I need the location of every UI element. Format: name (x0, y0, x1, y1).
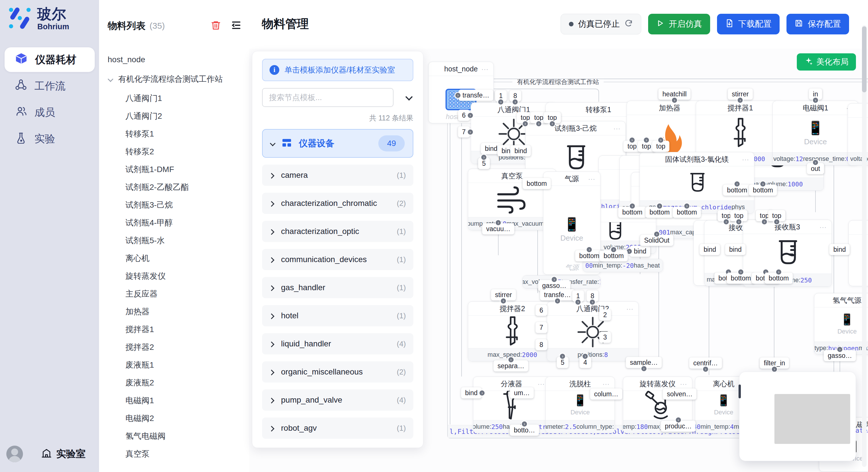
port-handle-icon[interactable]: › (737, 269, 744, 276)
port-handle-icon[interactable]: › (643, 137, 650, 144)
port-handle-icon[interactable]: › (497, 99, 504, 105)
tree-item[interactable]: host_node (99, 51, 258, 68)
port-chip-8[interactable]: 8› (587, 291, 598, 302)
node-menu-icon[interactable]: … (602, 378, 611, 387)
port-chip-um[interactable]: um… (510, 387, 534, 399)
search-input[interactable] (262, 88, 394, 107)
port-handle-icon[interactable]: › (653, 231, 660, 238)
trash-icon[interactable] (211, 20, 221, 32)
sidebar-item-cube[interactable]: 仪器耗材 (5, 47, 95, 72)
palette-item-communication_devices[interactable]: communication_devices(1) (262, 249, 413, 270)
port-chip-centrif[interactable]: centrif…› (689, 358, 722, 369)
port-handle-icon[interactable]: › (640, 365, 647, 372)
port-handle-icon[interactable]: › (589, 299, 596, 306)
port-chip-bottom[interactable]: bottom› (749, 185, 777, 196)
port-handle-icon[interactable]: › (467, 112, 474, 119)
port-chip-bottom[interactable]: bottom› (618, 207, 646, 218)
canvas-node-电磁阀1[interactable]: 电磁阀1…📱Devicevoltage: 12 response_time: 0… (772, 101, 859, 165)
avatar[interactable] (6, 446, 23, 462)
port-chip-1[interactable]: 1› (572, 291, 584, 302)
port-handle-icon[interactable]: › (773, 218, 780, 225)
port-handle-icon[interactable]: › (657, 137, 664, 144)
port-chip-bind[interactable]: bind (829, 244, 849, 255)
port-handle-icon[interactable]: › (454, 92, 461, 99)
port-handle-icon[interactable]: › (535, 121, 542, 127)
port-handle-icon[interactable]: › (702, 366, 709, 373)
port-chip-7[interactable]: 7› (458, 127, 470, 138)
sidebar-item-workflow[interactable]: 工作流 (5, 74, 95, 98)
port-chip-bottom[interactable]: bottom› (575, 250, 603, 262)
palette-item-characterization_chromatic[interactable]: characterization_chromatic(2) (262, 193, 413, 214)
port-chip-top[interactable]: top› (652, 141, 670, 152)
scrollbar-thumb[interactable] (862, 26, 867, 92)
port-handle-icon[interactable]: › (507, 357, 515, 363)
port-chip-bottom[interactable]: bottom› (723, 185, 751, 196)
port-chip-7[interactable]: 7 (536, 322, 547, 333)
port-chip-top[interactable]: top› (768, 210, 785, 222)
port-chip-vacuu[interactable]: vacuu…› (482, 224, 515, 235)
page-scrollbar[interactable] (862, 25, 867, 467)
port-chip-out[interactable]: out› (807, 163, 824, 174)
port-handle-icon[interactable]: › (683, 203, 690, 210)
port-chip-1[interactable]: 1› (495, 90, 507, 102)
port-handle-icon[interactable]: › (549, 121, 556, 127)
port-chip-6[interactable]: 6› (458, 110, 470, 121)
port-chip-heatchill[interactable]: heatchill› (658, 89, 691, 100)
port-chip-SolidOut[interactable]: SolidOut› (640, 235, 673, 246)
port-handle-icon[interactable]: › (467, 129, 474, 135)
port-handle-icon[interactable]: › (554, 298, 561, 305)
port-handle-icon[interactable]: › (656, 203, 663, 210)
node-menu-icon[interactable]: … (481, 63, 489, 72)
port-handle-icon[interactable]: › (495, 220, 502, 226)
download-config-button[interactable]: 下载配置 (717, 14, 780, 34)
node-menu-icon[interactable]: … (819, 221, 828, 230)
port-chip-4[interactable]: 4› (580, 357, 591, 368)
palette-item-hotel[interactable]: hotel(1) (262, 305, 413, 326)
minimap-handle[interactable] (739, 384, 741, 398)
port-chip-3[interactable]: 3 (599, 332, 611, 343)
sidebar-item-experiment[interactable]: 实验 (5, 127, 95, 151)
port-chip-bind[interactable]: bind (725, 244, 745, 255)
port-handle-icon[interactable]: › (775, 269, 782, 276)
port-handle-icon[interactable]: › (559, 353, 566, 360)
port-chip-5[interactable]: 5› (478, 158, 490, 169)
port-handle-icon[interactable]: › (836, 346, 843, 353)
sidebar-item-lab[interactable]: 实验室 (41, 447, 86, 461)
port-handle-icon[interactable]: › (586, 246, 593, 253)
port-chip-6[interactable]: 6 (536, 305, 547, 316)
port-handle-icon[interactable]: › (671, 97, 678, 104)
port-chip-top[interactable]: top› (544, 112, 561, 123)
port-handle-icon[interactable]: › (723, 218, 730, 225)
node-menu-icon[interactable]: … (742, 154, 750, 162)
collapse-list-icon[interactable] (231, 20, 242, 32)
palette-item-organic_miscellaneous[interactable]: organic_miscellaneous(2) (262, 361, 413, 382)
port-chip-bottom[interactable]: bottom› (727, 273, 755, 284)
palette-item-camera[interactable]: camera(1) (262, 165, 413, 186)
port-chip-colum[interactable]: colum… (590, 389, 622, 400)
port-handle-icon[interactable]: › (480, 154, 487, 161)
palette-item-characterization_optic[interactable]: characterization_optic(1) (262, 221, 413, 242)
start-simulation-button[interactable]: 开启仿真 (648, 14, 710, 34)
port-chip-8[interactable]: 8› (509, 90, 521, 102)
palette-item-robot_agv[interactable]: robot_agv(1) (262, 417, 413, 439)
port-chip-stirrer[interactable]: stirrer› (728, 89, 753, 100)
node-menu-icon[interactable]: … (626, 303, 634, 312)
chevron-down-icon[interactable] (107, 75, 114, 83)
port-handle-icon[interactable]: › (737, 97, 744, 104)
palette-item-pump_and_valve[interactable]: pump_and_valve(4) (262, 390, 413, 411)
port-chip-5[interactable]: 5› (557, 357, 569, 368)
port-handle-icon[interactable]: › (675, 417, 682, 424)
port-handle-icon[interactable]: › (629, 203, 636, 210)
node-menu-icon[interactable]: … (537, 378, 546, 387)
port-chip-transfe[interactable]: transfe…› (540, 289, 575, 301)
port-chip-solven[interactable]: solven… (663, 389, 696, 400)
port-chip-in[interactable]: in› (809, 89, 822, 100)
port-chip-botto[interactable]: botto…› (510, 425, 539, 436)
port-handle-icon[interactable]: › (734, 181, 741, 188)
port-chip-bind[interactable]: bind› (461, 387, 482, 399)
port-handle-icon[interactable]: › (575, 299, 582, 306)
port-chip-separa[interactable]: separa…› (493, 361, 528, 372)
port-handle-icon[interactable]: › (522, 121, 529, 127)
palette-item-liquid_handler[interactable]: liquid_handler(4) (262, 333, 413, 355)
tree-item[interactable]: 有机化学流程综合测试工作站 (99, 71, 257, 88)
